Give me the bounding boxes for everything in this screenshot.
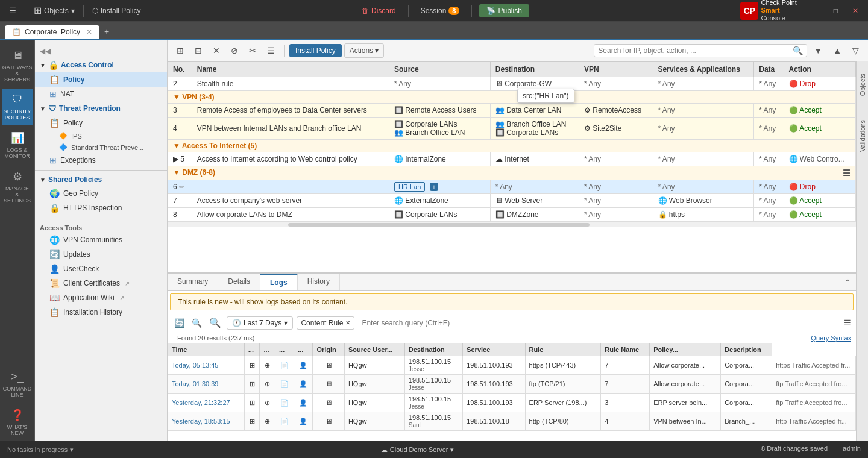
access-control-toggle[interactable]: ▼ 🔒 Access Control [35,58,167,72]
add-rule-above-button[interactable]: ⊞ [172,43,188,58]
nav-item-threat-policy[interactable]: 📋 Policy [35,116,167,130]
access-tools-label: Access Tools [35,221,167,233]
nav-item-policy[interactable]: 📋 Policy [35,72,167,87]
group-header-dmz[interactable]: ▼ DMZ (6-8) ☰ [168,166,856,180]
content-rule-close[interactable]: ✕ [345,319,350,326]
icon-sidebar: 🖥 GATEWAYS& SERVERS 🛡 SECURITYPOLICIES 📊… [0,40,35,441]
nav-item-updates[interactable]: 🔄 Updates [35,247,167,262]
app-menu-button[interactable]: ☰ [5,4,21,17]
advanced-search-button[interactable]: 🔍 [190,316,204,330]
tab-bar: 📋 Corporate_Policy ✕ + [0,22,868,40]
threat-prevention-toggle[interactable]: ▼ 🛡 Threat Prevention [35,101,167,116]
add-source-button[interactable]: + [430,183,438,191]
log-search-input[interactable] [358,317,840,329]
nav-item-exceptions[interactable]: ⊞ Exceptions [35,153,167,168]
sidebar-item-security[interactable]: 🛡 SECURITYPOLICIES [2,89,33,125]
policy-tab-close[interactable]: ✕ [86,28,92,36]
maximize-button[interactable]: □ [829,4,843,17]
tab-details[interactable]: Details [218,274,260,290]
validations-panel-label[interactable]: Validations [859,120,866,152]
group-header-internet[interactable]: ▼ Access To Internet (5) [168,140,856,152]
sidebar-item-manage[interactable]: ⚙ MANAGE &SETTINGS [2,165,33,209]
sort-up-button[interactable]: ▲ [829,43,846,58]
more-options-button[interactable]: ☰ [263,43,279,58]
threat-icon: 🛡 [48,104,57,113]
whatsnew-icon: ❓ [11,409,24,422]
delete-rule-button[interactable]: ✕ [209,43,224,58]
nav-item-client-certs[interactable]: 📜 Client Certificates ↗ [35,276,167,290]
col-services: Services & Applications [653,62,754,77]
disable-rule-button[interactable]: ⊘ [227,43,242,58]
tab-history[interactable]: History [298,274,340,290]
sidebar-item-whatsnew[interactable]: ❓ WHAT'S NEW [2,404,33,441]
table-row[interactable]: ▶ 5 Access to Internet according to Web … [168,152,856,166]
table-row[interactable]: 7 Access to company's web server 🌐 Exter… [168,194,856,208]
nav-item-nat[interactable]: ⊞ NAT [35,87,167,101]
search-button[interactable]: 🔍 [207,315,223,330]
nav-item-https[interactable]: 🔒 HTTPS Inspection [35,201,167,215]
nav-divider-2 [35,218,167,218]
time-filter[interactable]: 🕐 Last 7 Days ▾ [227,316,293,330]
objects-panel-label[interactable]: Objects [859,74,866,96]
tab-logs[interactable]: Logs [260,274,298,290]
objects-menu-button[interactable]: ⊞ Objects ▾ [29,2,80,19]
install-policy-button[interactable]: Install Policy [289,44,342,57]
policy-search-input[interactable] [598,46,790,55]
table-row-selected[interactable]: 6 ✏ HR Lan + * Any * Any * Any * Any [168,180,856,194]
table-row[interactable]: 8 Allow corporate LANs to DMZ 🔲 Corporat… [168,208,856,222]
minimize-button[interactable]: — [807,4,824,17]
scrollbar-thumb[interactable] [288,223,590,227]
filter-button[interactable]: ▽ [848,43,863,58]
log-col-rulename: Rule Name [601,344,650,356]
geo-policy-icon: 🌍 [49,189,60,198]
install-policy-top-button[interactable]: ⬡ Install Policy [87,4,146,17]
shared-policies-toggle[interactable]: ▼ Shared Policies [35,173,167,186]
status-server[interactable]: ☁ Cloud Demo Server ▾ [83,446,752,454]
sidebar-item-logs[interactable]: 📊 LOGS &MONITOR [2,127,33,164]
publish-button[interactable]: 📡 Publish [479,4,529,17]
table-row[interactable]: 3 Remote Access of employees to Data Cen… [168,104,856,118]
log-row[interactable]: Yesterday, 21:32:27 ⊞ ⊕ 📄 👤 🖥 HQgw 198.5… [168,394,856,412]
status-right: 8 Draft changes saved admin [761,445,861,454]
search-icon-button[interactable]: 🔍 [793,46,803,55]
content-rule-filter[interactable]: Content Rule ✕ [297,316,354,330]
hr-lan-tag[interactable]: HR Lan [394,182,425,192]
add-rule-below-button[interactable]: ⊟ [190,43,206,58]
new-tab-button[interactable]: + [99,24,114,39]
tab-summary[interactable]: Summary [168,274,218,290]
nav-sidebar: ◀◀ ▼ 🔒 Access Control 📋 Policy ⊞ NAT ▼ 🛡… [35,40,168,441]
sort-down-button[interactable]: ▼ [810,43,826,58]
group-header-vpn[interactable]: ▼ VPN (3-4) [168,91,856,104]
nav-item-app-wiki[interactable]: 📖 Application Wiki ↗ [35,290,167,305]
actions-button[interactable]: Actions ▾ [344,43,385,58]
nav-item-install-history[interactable]: 📋 Installation History [35,305,167,319]
status-tasks[interactable]: No tasks in progress ▾ [7,446,74,454]
collapse-sidebar-button[interactable]: ◀◀ [35,45,167,58]
sidebar-item-command[interactable]: >_ COMMANDLINE [2,366,33,403]
query-syntax-link[interactable]: Query Syntax [811,334,851,342]
nav-item-vpn-communities[interactable]: 🌐 VPN Communities [35,233,167,247]
log-filter-menu[interactable]: ☰ [844,318,851,327]
sidebar-item-gateways[interactable]: 🖥 GATEWAYS& SERVERS [2,45,33,87]
nav-item-geo-policy[interactable]: 🌍 Geo Policy [35,186,167,201]
log-row[interactable]: Yesterday, 18:53:15 ⊞ ⊕ 📄 👤 🖥 HQgw 198.5… [168,412,856,431]
nav-item-standard-threat[interactable]: 🔷 Standard Threat Preve... [35,142,167,153]
bottom-panel-collapse[interactable]: ⌃ [840,274,856,290]
table-row[interactable]: 4 VPN between Internal LANs and Branch o… [168,118,856,140]
log-row[interactable]: Today, 05:13:45 ⊞ ⊕ 📄 👤 🖥 HQgw 198.51.10… [168,356,856,375]
close-button[interactable]: ✕ [848,4,863,17]
nav-item-usercheck[interactable]: 👤 UserCheck [35,262,167,276]
top-bar-center: 🗑 Discard Session 8 📡 Publish [150,4,735,17]
session-button[interactable]: Session 8 [416,4,465,17]
nav-item-ips[interactable]: 🔶 IPS [35,130,167,142]
discard-button[interactable]: 🗑 Discard [357,4,401,17]
cut-rule-button[interactable]: ✂ [245,43,260,58]
horizontal-scrollbar[interactable] [168,222,856,227]
log-row[interactable]: Today, 01:30:39 ⊞ ⊕ 📄 👤 🖥 HQgw 198.51.10… [168,375,856,394]
exceptions-icon: ⊞ [49,155,57,165]
policy-tab[interactable]: 📋 Corporate_Policy ✕ [5,25,99,39]
refresh-button[interactable]: 🔄 [172,316,186,330]
log-col-4: ... [294,344,313,356]
table-row[interactable]: 2 Stealth rule * Any 🖥 Corporate-GW * An… [168,77,856,91]
policy-icon: 📋 [49,75,60,84]
